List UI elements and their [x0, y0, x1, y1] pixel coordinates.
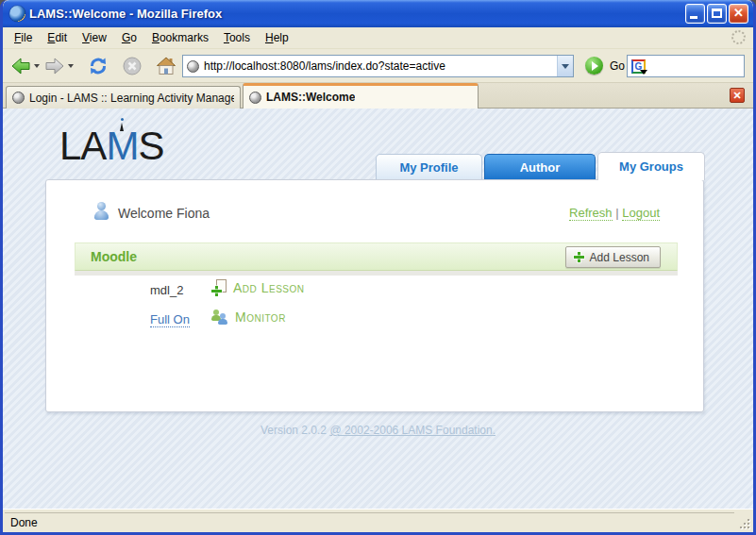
navigation-toolbar: Go G: [3, 49, 753, 83]
tab-favicon: [249, 92, 261, 104]
link-separator: |: [615, 206, 618, 220]
menu-bar: File Edit View Go Bookmarks Tools Help: [3, 27, 753, 49]
menu-bookmarks[interactable]: Bookmarks: [144, 28, 216, 47]
url-dropdown[interactable]: [557, 56, 573, 76]
back-dropdown[interactable]: [34, 64, 40, 68]
google-icon[interactable]: G: [631, 59, 646, 74]
home-button[interactable]: [156, 56, 176, 76]
logo-s: S: [138, 124, 163, 168]
monitor-link[interactable]: Monitor: [211, 309, 286, 326]
go-icon[interactable]: [585, 57, 603, 75]
home-icon: [156, 56, 176, 76]
stop-icon: [122, 56, 143, 76]
page-viewport: LAMS My Profile Author My Groups Welcome…: [3, 109, 753, 509]
lams-logo: LAMS: [59, 124, 163, 169]
menu-help[interactable]: Help: [258, 28, 296, 47]
menu-tools[interactable]: Tools: [216, 28, 258, 47]
session-links: Refresh | Logout: [569, 206, 660, 220]
foundation-link[interactable]: @ 2002-2006 LAMS Foundation.: [329, 424, 496, 437]
plus-icon: [574, 252, 584, 262]
browser-window: LAMS::Welcome - Mozilla Firefox ✕ File E…: [0, 0, 756, 535]
search-bar: G: [627, 55, 745, 77]
reload-button[interactable]: [88, 56, 109, 76]
site-favicon: [187, 60, 199, 73]
tab-my-profile[interactable]: My Profile: [376, 154, 482, 179]
status-bar: Done: [3, 509, 753, 532]
user-icon: [93, 202, 109, 220]
add-lesson-page-icon: [211, 279, 227, 296]
logo-la: LA: [59, 124, 106, 168]
logo-tower-icon: [120, 123, 124, 131]
window-controls: ✕: [685, 4, 748, 24]
logo-tower-dot-icon: [121, 118, 124, 121]
add-lesson-link-label: Add Lesson: [233, 280, 304, 295]
browser-tab-bar: Login - LAMS :: Learning Activity Manage…: [3, 83, 753, 109]
url-bar: [182, 55, 574, 77]
search-input[interactable]: [648, 58, 744, 75]
go-label[interactable]: Go: [610, 59, 625, 73]
menu-view[interactable]: View: [75, 28, 114, 47]
monitor-link-label: Monitor: [235, 309, 286, 325]
minimize-button[interactable]: [685, 4, 705, 24]
close-button[interactable]: ✕: [729, 4, 748, 24]
reload-icon: [88, 56, 109, 76]
firefox-icon[interactable]: [9, 6, 25, 22]
tab-author[interactable]: Author: [484, 154, 596, 179]
resize-grip[interactable]: [737, 516, 749, 528]
group-header: Moodle Add Lesson: [75, 242, 678, 271]
url-input[interactable]: [204, 57, 557, 75]
browser-tab-welcome[interactable]: LAMS::Welcome: [243, 83, 479, 109]
close-tab-button[interactable]: ✕: [730, 88, 745, 103]
table-row: mdl_2 Add Lesson: [75, 276, 678, 305]
forward-dropdown[interactable]: [68, 64, 74, 68]
forward-button[interactable]: [44, 56, 65, 76]
refresh-link[interactable]: Refresh: [569, 206, 613, 221]
logout-link[interactable]: Logout: [622, 206, 660, 221]
back-button[interactable]: [10, 56, 31, 76]
back-arrow-icon: [10, 56, 31, 76]
welcome-message: Welcome Fiona: [118, 206, 210, 221]
window-title: LAMS::Welcome - Mozilla Firefox: [29, 7, 222, 21]
page-footer: Version 2.0.2 @ 2002-2006 LAMS Foundatio…: [3, 424, 753, 437]
content-panel: Welcome Fiona Refresh | Logout Moodle Ad…: [45, 179, 704, 412]
menu-file[interactable]: File: [7, 28, 40, 47]
throbber-icon: [731, 30, 746, 44]
group-name: Moodle: [91, 249, 137, 264]
menu-edit[interactable]: Edit: [40, 28, 75, 47]
table-row: Full On Monitor: [75, 305, 678, 334]
browser-tab-login[interactable]: Login - LAMS :: Learning Activity Manage…: [6, 86, 241, 109]
course-label: mdl_2: [150, 283, 183, 297]
version-text: Version 2.0.2: [260, 424, 327, 437]
plus-icon: [211, 286, 222, 296]
menu-go[interactable]: Go: [114, 28, 144, 47]
lesson-link[interactable]: Full On: [150, 312, 190, 327]
title-bar[interactable]: LAMS::Welcome - Mozilla Firefox ✕: [3, 0, 753, 27]
logo-m: M: [106, 124, 138, 168]
maximize-button[interactable]: [707, 4, 727, 24]
status-text: Done: [5, 512, 734, 530]
group-section: Moodle Add Lesson mdl_2 Add Lesson: [75, 242, 678, 334]
browser-tab-label: LAMS::Welcome: [266, 91, 355, 104]
add-lesson-link[interactable]: Add Lesson: [211, 279, 304, 296]
tab-favicon: [12, 92, 25, 104]
forward-arrow-icon: [44, 56, 65, 76]
monitor-people-icon: [211, 309, 228, 326]
browser-tab-label: Login - LAMS :: Learning Activity Manage…: [29, 92, 234, 105]
stop-button[interactable]: [122, 56, 143, 76]
tab-my-groups[interactable]: My Groups: [597, 152, 705, 180]
add-lesson-button[interactable]: Add Lesson: [565, 246, 661, 268]
add-lesson-button-label: Add Lesson: [590, 251, 649, 264]
